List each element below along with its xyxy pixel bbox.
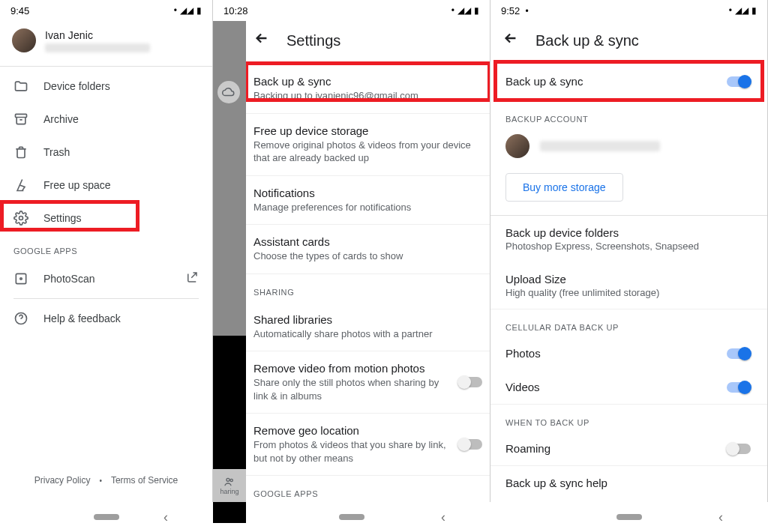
drawer-item-label: Archive — [44, 113, 79, 125]
setting-free-up-storage[interactable]: Free up device storage Remove original p… — [246, 114, 490, 176]
setting-subtitle: Manage preferences for notifications — [254, 201, 482, 214]
drawer-item-label: Settings — [44, 212, 82, 224]
setting-shared-libraries[interactable]: Shared libraries Automatically share pho… — [246, 303, 490, 352]
toggle-switch[interactable] — [727, 382, 751, 393]
setting-title: Back up & sync — [506, 75, 752, 88]
home-pill[interactable] — [94, 514, 119, 520]
section-label-google-apps: GOOGLE APPS — [246, 476, 490, 502]
setting-title: Videos — [506, 381, 752, 393]
photoscan-icon — [14, 271, 28, 286]
drawer-item-device-folders[interactable]: Device folders — [0, 70, 212, 103]
gear-icon — [14, 211, 28, 226]
broom-icon — [14, 178, 28, 193]
toggle-switch[interactable] — [458, 439, 482, 450]
system-navbar: ‹ — [0, 502, 213, 532]
setting-title: Back up device folders — [506, 226, 752, 239]
external-link-icon — [185, 270, 199, 286]
setting-subtitle: Choose the types of cards to show — [254, 250, 482, 263]
cloud-icon — [218, 81, 240, 103]
svg-point-1 — [20, 217, 23, 220]
home-pill[interactable] — [616, 514, 642, 520]
setting-backup-sync-help[interactable]: Back up & sync help — [490, 466, 767, 500]
user-info: Ivan Jenic — [45, 29, 150, 52]
dimmed-background: haring — [213, 21, 246, 502]
page-title: Settings — [286, 32, 340, 49]
setting-subtitle: High quality (free unlimited storage) — [506, 287, 752, 298]
drawer-item-archive[interactable]: Archive — [0, 103, 212, 136]
system-navbar: ‹ — [213, 502, 490, 532]
drawer-screen: 9:45 •◢◢▮ Ivan Jenic Device folders Arch… — [0, 0, 213, 502]
toggle-switch[interactable] — [458, 377, 482, 387]
divider — [0, 66, 212, 67]
account-header[interactable]: Ivan Jenic — [0, 21, 212, 63]
user-email-blurred — [45, 43, 150, 52]
back-arrow-icon[interactable] — [502, 30, 519, 51]
status-icons: •◢◢▮ — [452, 5, 479, 16]
svg-point-6 — [230, 479, 232, 481]
folder-icon — [14, 79, 28, 94]
settings-screen: 10:28 •◢◢▮ haring Settings Back up & syn… — [213, 0, 490, 502]
svg-point-5 — [226, 478, 230, 481]
setting-title: Upload Size — [506, 273, 752, 285]
dot-separator: • — [99, 477, 102, 485]
back-button-icon[interactable]: ‹ — [718, 510, 723, 525]
setting-title: Assistant cards — [254, 235, 482, 248]
setting-remove-video-motion[interactable]: Remove video from motion photos Share on… — [246, 351, 490, 414]
drawer-item-settings[interactable]: Settings — [0, 202, 212, 235]
setting-backup-sync-toggle[interactable]: Back up & sync — [490, 61, 767, 101]
sharing-tab-peek: haring — [213, 469, 246, 502]
setting-title: Free up device storage — [254, 124, 482, 137]
setting-cellular-videos[interactable]: Videos — [490, 370, 767, 405]
setting-title: Remove video from motion photos — [254, 362, 482, 375]
footer: Privacy Policy • Terms of Service — [0, 459, 212, 502]
setting-assistant-cards[interactable]: Assistant cards Choose the types of card… — [246, 225, 490, 274]
setting-title: Shared libraries — [254, 313, 482, 326]
avatar — [12, 28, 36, 52]
toggle-switch[interactable] — [727, 348, 751, 359]
panel-header: Back up & sync — [490, 21, 767, 61]
status-time: 9:45 — [10, 5, 29, 16]
drawer-item-label: Free up space — [44, 179, 111, 191]
section-label-backup-account: BACKUP ACCOUNT — [490, 101, 767, 128]
drawer-item-label: Help & feedback — [44, 312, 121, 324]
back-button-icon[interactable]: ‹ — [441, 510, 446, 525]
buy-storage-button[interactable]: Buy more storage — [506, 173, 623, 202]
drawer-item-photoscan[interactable]: PhotoScan — [0, 262, 212, 295]
toggle-switch[interactable] — [727, 76, 751, 87]
setting-subtitle: Remove original photos & videos from you… — [254, 139, 482, 165]
setting-remove-geo[interactable]: Remove geo location From photos & videos… — [246, 414, 490, 476]
drawer-item-free-up-space[interactable]: Free up space — [0, 169, 212, 202]
setting-subtitle: Share only the still photos when sharing… — [254, 376, 482, 402]
trash-icon — [14, 145, 28, 160]
section-label-when: WHEN TO BACK UP — [490, 405, 767, 432]
section-label-sharing: SHARING — [246, 274, 490, 303]
home-pill[interactable] — [339, 514, 364, 520]
setting-backup-device-folders[interactable]: Back up device folders Photoshop Express… — [490, 216, 767, 262]
terms-link[interactable]: Terms of Service — [111, 475, 178, 486]
status-time: 9:52 • — [501, 5, 529, 16]
setting-subtitle: From photos & videos that you share by l… — [254, 438, 482, 465]
setting-cellular-photos[interactable]: Photos — [490, 336, 767, 370]
setting-roaming[interactable]: Roaming — [490, 432, 767, 466]
drawer-item-label: Device folders — [44, 80, 110, 92]
account-email-blurred — [540, 141, 660, 151]
setting-title: Remove geo location — [254, 424, 482, 437]
privacy-link[interactable]: Privacy Policy — [34, 475, 91, 486]
back-button-icon[interactable]: ‹ — [164, 510, 168, 525]
setting-notifications[interactable]: Notifications Manage preferences for not… — [246, 176, 490, 226]
avatar — [506, 134, 530, 158]
drawer-item-help[interactable]: Help & feedback — [0, 302, 212, 335]
toggle-switch[interactable] — [727, 444, 751, 454]
svg-rect-0 — [16, 114, 27, 117]
setting-upload-size[interactable]: Upload Size High quality (free unlimited… — [490, 262, 767, 309]
account-row[interactable] — [490, 128, 767, 164]
setting-title: Back up & sync — [254, 75, 482, 88]
backup-sync-screen: 9:52 • •◢◢▮ Back up & sync Back up & syn… — [490, 0, 768, 502]
drawer-item-label: Trash — [44, 146, 70, 158]
status-icons: •◢◢▮ — [174, 5, 202, 16]
drawer-item-trash[interactable]: Trash — [0, 136, 212, 169]
back-arrow-icon[interactable] — [254, 30, 270, 51]
status-icons: •◢◢▮ — [729, 5, 757, 16]
setting-backup-sync[interactable]: Back up & sync Backing up to ivanjenic96… — [246, 64, 490, 114]
setting-subtitle: Backing up to ivanjenic96@gmail.com — [254, 89, 482, 103]
